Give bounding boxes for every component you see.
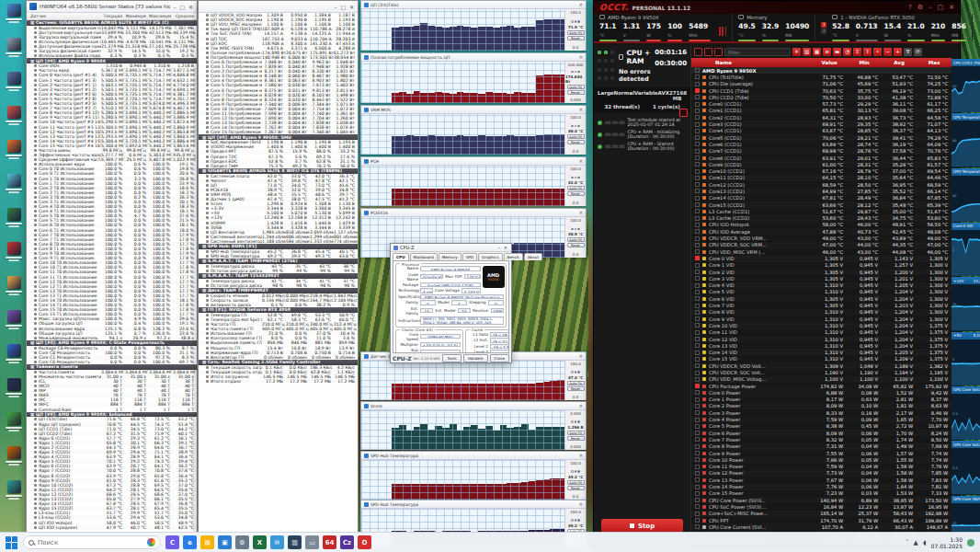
graph-window-2[interactable]: VRM MOS✕100.048.4 °CAuto FitReset0.0 — [360, 105, 587, 155]
sensor-checkbox[interactable] — [695, 524, 700, 529]
sensor-checkbox[interactable] — [695, 209, 700, 213]
taskbar-icon-hwinfo64[interactable]: 64 — [323, 535, 336, 549]
hwinfo-sensor-window-2[interactable]: – ▢ ✕ ЦП VDDCR_VDD Напряжение (SVI3 TFN)… — [198, 0, 359, 550]
sensor-checkbox[interactable] — [695, 149, 700, 154]
hwinfo1-titlebar[interactable]: HWiNFO64 v8.16-5600 Sensor Status [73 va… — [27, 1, 197, 13]
autofit-button[interactable]: Auto Fit — [567, 186, 585, 190]
close-icon[interactable]: ✕ — [579, 403, 583, 408]
hwinfo2-window-buttons[interactable]: – ▢ ✕ — [334, 4, 355, 10]
close-icon[interactable]: ✕ — [579, 210, 583, 215]
side-graph-7[interactable]: GPU Core Voltage0,713 V0.5 — [952, 441, 980, 494]
sensor-checkbox[interactable] — [695, 283, 700, 288]
occt-sensor-row[interactable]: CPU VDD_MISC Voltag...1,100 V1,100 V1,10… — [691, 376, 952, 383]
toolbar-button-0[interactable]: ✕ — [792, 48, 801, 56]
close-icon[interactable]: ✕ — [579, 54, 583, 60]
toolbar-button-2[interactable]: ▦ — [813, 48, 821, 56]
sensor-checkbox[interactable] — [695, 390, 700, 395]
sensor-checkbox[interactable] — [695, 437, 700, 442]
sensor-row[interactable]: SPD Hub Температура49.2 °C39.5 °C49.3 °C… — [199, 254, 358, 259]
sensor-checkbox[interactable] — [695, 504, 700, 509]
sensor-checkbox[interactable] — [695, 418, 700, 422]
occt-sensor-row[interactable]: Core11 (CCD2)64,15 °C28,10 °C35,64 °C64,… — [691, 175, 952, 181]
occt-sensor-row[interactable]: CPU Package Power174,82 W34,08 W65,82 W1… — [691, 383, 952, 389]
sensor-checkbox[interactable] — [695, 142, 700, 146]
hwinfo1-column-header[interactable]: ДатчикТекущаяМинимумМаксимумСреднее — [27, 13, 197, 20]
toolbar-button-10[interactable]: + — [894, 48, 902, 56]
occt-sensor-row[interactable]: Core 1 Power8,17 W0,63 W2,81 W8,37 W — [691, 397, 952, 403]
graph-titlebar[interactable]: ЦП (Tctl/Tdie)✕ — [361, 1, 586, 9]
close-icon[interactable]: ✕ — [579, 353, 583, 359]
desktop-icon-app-steel[interactable] — [2, 70, 26, 104]
reset-button[interactable]: Reset — [567, 386, 585, 391]
column-4[interactable]: Среднее — [173, 14, 197, 18]
occt-sensor-row[interactable]: Core 15 VID1,310 V0,945 V1,209 V1,375 V — [691, 356, 952, 362]
occt-sensor-row[interactable]: Core 9 Power7,55 W0,06 W1,57 W7,74 W — [691, 450, 952, 456]
desktop-icon-app-red[interactable] — [2, 104, 26, 138]
occt-sensor-row[interactable]: Core 11 Power7,59 W0,04 W1,58 W7,76 W — [691, 464, 952, 470]
graph-window-0[interactable]: ЦП (Tctl/Tdie)✕100.071.9 °CAuto FitReset… — [360, 0, 587, 51]
sensor-checkbox[interactable] — [695, 243, 700, 247]
occt-sensor-row[interactable]: Core 7 VID1,305 V0,945 V1,203 V1,300 V — [691, 302, 952, 308]
sensor-checkbox[interactable] — [695, 263, 700, 268]
occt-sensor-row[interactable]: Core 1 VID1,305 V0,945 V1,257 V1,300 V — [691, 262, 952, 269]
cpuz-close-button[interactable]: Close — [490, 354, 509, 362]
graph-scale-radios[interactable] — [571, 371, 580, 374]
sensor-checkbox[interactable] — [695, 343, 700, 348]
occt-sensor-row[interactable]: Core 14 VID1,310 V0,945 V1,205 V1,375 V — [691, 349, 952, 355]
sensor-checkbox[interactable] — [695, 216, 700, 221]
cpuz-window[interactable]: CPU-Z – ✕ CPUMainboardMemorySPDGraphicsB… — [390, 243, 512, 363]
sensor-checkbox[interactable] — [695, 296, 700, 301]
sensor-checkbox[interactable] — [695, 290, 700, 294]
occt-sensor-row[interactable]: Core 12 VID1,310 V0,945 V1,204 V1,375 V — [691, 336, 952, 342]
sensor-checkbox[interactable] — [695, 122, 700, 127]
graph-window-6[interactable]: Vcore✕2.0001.296 ВAuto FitReset0.000 — [360, 401, 587, 450]
cpuz-tab-memory[interactable]: Memory — [439, 253, 462, 260]
occt-sensor-row[interactable]: Core12 (CCD2)68,59 °C28,50 °C36,95 °C68,… — [691, 181, 952, 188]
desktop-icon-app-green[interactable] — [2, 206, 26, 240]
sensor-row[interactable]: Межъядерный множитель94.1 x26.9 x97.2 x3… — [27, 336, 197, 340]
occt-sensor-row[interactable]: Core3 (CCD1)69,91 °C29,35 °C38,92 °C71,0… — [691, 121, 952, 127]
reset-button[interactable]: Reset — [567, 436, 585, 441]
cpuz-tools-button[interactable]: Tools — [442, 354, 461, 362]
tray-chevron-icon[interactable]: ˄ — [906, 539, 909, 546]
taskbar-icon-copilot[interactable]: C — [165, 535, 179, 549]
occt-sensor-row[interactable]: Core 12 Power7,73 W0,04 W1,58 W7,85 W — [691, 470, 952, 477]
column-3[interactable]: Максимум — [149, 14, 173, 18]
side-graph-6[interactable]: GPU Core Voltage0,710 V0.5 — [952, 386, 980, 440]
occt-sensor-row[interactable]: CPU Die (average)71,06 °C45,69 °C51,93 °… — [691, 81, 952, 87]
taskbar-icon-mail[interactable]: ✉ — [270, 535, 284, 549]
sensor-row[interactable]: Системный вентилятор 31,188 об/мин584 об… — [199, 239, 358, 244]
sensor-checkbox[interactable] — [695, 82, 700, 86]
occt-gpu-monitor[interactable]: 12 1 - NVIDIA GeForce RTX 3050 52.8 °C0.… — [815, 14, 973, 41]
desktop-icon-app-blue2[interactable] — [2, 342, 26, 376]
reset-button[interactable]: Reset — [567, 243, 585, 247]
sensor-row[interactable]: ЦП IOD (среднее)47.9 °C40.7 °C48.1 °C42.… — [27, 525, 197, 530]
graph-window-3[interactable]: PCH✕100.042.0 °CAuto FitReset0.0 — [360, 156, 587, 206]
occt-sensor-row[interactable]: Core 2 Power8,09 W0,10 W1,81 W8,63 W — [691, 403, 952, 409]
autofit-button[interactable]: Auto Fit — [567, 431, 585, 435]
occt-sensor-row[interactable]: CPU IOD Average47,88 °C40,73 °C42,45 °C4… — [691, 228, 952, 235]
graph-titlebar[interactable]: Vcore✕ — [361, 402, 586, 410]
graph-titlebar[interactable]: SPD Hub Температура✕ — [361, 452, 586, 460]
autofit-button[interactable]: Auto Fit — [567, 381, 585, 385]
occt-sensor-row[interactable]: CPU VDDCR_SOC VRM...47,00 °C44,00 °C44,3… — [691, 242, 952, 248]
sensor-checkbox[interactable] — [695, 68, 700, 73]
occt-window-button[interactable]: – — [929, 4, 932, 11]
pause-monitoring-icon[interactable] — [694, 48, 702, 56]
cpuz-validate-button[interactable]: Validate — [463, 354, 488, 362]
sensor-checkbox[interactable] — [695, 236, 700, 241]
occt-column-max[interactable]: Max — [917, 60, 952, 65]
desktop-icon-app-orange[interactable] — [2, 444, 26, 478]
sensor-checkbox[interactable] — [695, 270, 700, 274]
graph-window-1[interactable]: Полная потребляемая мощность ЦП✕200.0001… — [360, 52, 587, 103]
occt-column-value[interactable]: Value — [812, 60, 847, 65]
sensor-row[interactable]: Остаток ресурса диска99 %99 %99 %99 % — [199, 269, 358, 273]
graph-scale-radios[interactable] — [571, 470, 580, 473]
desktop-icon-app-cyan[interactable] — [2, 172, 26, 206]
side-graph-4[interactable]: +12V12,240 V10 — [952, 277, 980, 330]
sensor-checkbox[interactable] — [695, 518, 700, 523]
toolbar-button-1[interactable]: ▥ — [803, 48, 811, 56]
sensor-row[interactable]: Вентилятор ГП0 об/мин0 об/мин0 об/мин0 о… — [199, 355, 358, 360]
close-icon[interactable]: ✕ — [579, 158, 583, 164]
sensor-checkbox[interactable] — [695, 498, 700, 502]
